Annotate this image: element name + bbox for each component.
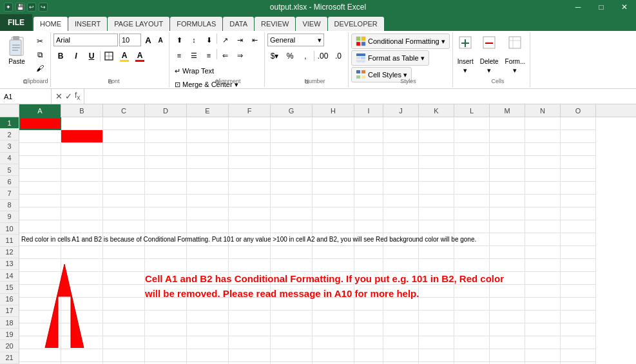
cell-a7[interactable] bbox=[19, 195, 61, 207]
cell-g14[interactable] bbox=[271, 285, 313, 298]
cell-c4[interactable] bbox=[103, 156, 145, 169]
cell-f12[interactable] bbox=[229, 259, 271, 272]
cell-f6[interactable] bbox=[229, 182, 271, 195]
cell-j5[interactable] bbox=[383, 169, 419, 182]
cell-h2[interactable] bbox=[313, 130, 354, 143]
cell-i12[interactable] bbox=[354, 259, 383, 272]
tab-developer[interactable]: DEVELOPER bbox=[328, 17, 384, 31]
cell-o3[interactable] bbox=[561, 143, 596, 156]
cut-button[interactable]: ✂ bbox=[32, 35, 48, 48]
cell-m4[interactable] bbox=[490, 156, 525, 169]
cancel-formula-btn[interactable]: ✕ bbox=[55, 91, 63, 101]
align-top-btn[interactable]: ⬆ bbox=[172, 34, 186, 46]
percent-btn[interactable]: % bbox=[283, 50, 297, 62]
undo-btn[interactable]: ↩ bbox=[27, 3, 36, 12]
cell-b8[interactable] bbox=[61, 207, 103, 220]
cell-e8[interactable] bbox=[187, 207, 229, 220]
cell-d15[interactable] bbox=[145, 298, 187, 311]
col-header-o[interactable]: O bbox=[561, 104, 596, 117]
cell-i6[interactable] bbox=[354, 182, 383, 195]
cell-l8[interactable] bbox=[454, 207, 490, 220]
cell-m19[interactable] bbox=[490, 349, 525, 362]
cell-h4[interactable] bbox=[313, 156, 354, 169]
cell-j18[interactable] bbox=[383, 336, 419, 349]
cell-n7[interactable] bbox=[525, 195, 561, 207]
cell-l17[interactable] bbox=[454, 323, 490, 336]
tab-file[interactable]: FILE bbox=[0, 14, 32, 31]
cell-g11[interactable] bbox=[271, 246, 313, 259]
comma-btn[interactable]: , bbox=[298, 50, 313, 62]
cell-g4[interactable] bbox=[271, 156, 313, 169]
font-color-button[interactable]: A bbox=[133, 50, 147, 62]
cell-g18[interactable] bbox=[271, 336, 313, 349]
cell-l13[interactable] bbox=[454, 272, 490, 285]
cell-c19[interactable] bbox=[103, 349, 145, 362]
cell-i7[interactable] bbox=[354, 195, 383, 207]
cell-a2[interactable] bbox=[19, 130, 61, 143]
cell-l11[interactable] bbox=[454, 246, 490, 259]
cell-n10[interactable] bbox=[525, 233, 561, 246]
cell-g2[interactable] bbox=[271, 130, 313, 143]
cell-h3[interactable] bbox=[313, 143, 354, 156]
cell-o5[interactable] bbox=[561, 169, 596, 182]
row-num-8[interactable]: 8 bbox=[0, 200, 19, 211]
shrink-font-btn[interactable]: A bbox=[155, 34, 166, 46]
cell-e17[interactable] bbox=[187, 323, 229, 336]
cell-a12[interactable] bbox=[19, 259, 61, 272]
close-btn[interactable]: ✕ bbox=[613, 0, 636, 14]
cell-b13[interactable] bbox=[61, 272, 103, 285]
number-format-dropdown[interactable]: General ▾ bbox=[267, 34, 324, 46]
cell-n13[interactable] bbox=[525, 272, 561, 285]
cell-b6[interactable] bbox=[61, 182, 103, 195]
cell-g16[interactable] bbox=[271, 311, 313, 323]
cell-f14[interactable] bbox=[229, 285, 271, 298]
align-middle-btn[interactable]: ↕ bbox=[187, 34, 201, 46]
underline-button[interactable]: U bbox=[84, 50, 99, 62]
cell-o6[interactable] bbox=[561, 182, 596, 195]
cell-d19[interactable] bbox=[145, 349, 187, 362]
cell-a1[interactable] bbox=[19, 117, 61, 130]
cell-f19[interactable] bbox=[229, 349, 271, 362]
cell-n3[interactable] bbox=[525, 143, 561, 156]
insert-cells-button[interactable]: Insert ▾ bbox=[456, 34, 476, 77]
row-num-17[interactable]: 17 bbox=[0, 305, 19, 317]
cell-b11[interactable] bbox=[61, 246, 103, 259]
fill-color-button[interactable]: A bbox=[117, 50, 131, 62]
row-num-19[interactable]: 19 bbox=[0, 329, 19, 340]
cell-i11[interactable] bbox=[354, 246, 383, 259]
cell-o2[interactable] bbox=[561, 130, 596, 143]
cell-i17[interactable] bbox=[354, 323, 383, 336]
minimize-btn[interactable]: ─ bbox=[566, 0, 590, 14]
font-size-input[interactable] bbox=[119, 34, 141, 46]
row-num-21[interactable]: 21 bbox=[0, 352, 19, 364]
cell-b14[interactable] bbox=[61, 285, 103, 298]
cell-n19[interactable] bbox=[525, 349, 561, 362]
col-header-a[interactable]: A bbox=[19, 104, 61, 117]
cell-h13[interactable] bbox=[313, 272, 354, 285]
cell-j2[interactable] bbox=[383, 130, 419, 143]
cell-d5[interactable] bbox=[145, 169, 187, 182]
cell-i1[interactable] bbox=[354, 117, 383, 130]
cell-c9[interactable] bbox=[103, 220, 145, 233]
cell-o12[interactable] bbox=[561, 259, 596, 272]
cell-k9[interactable] bbox=[419, 220, 454, 233]
cell-k6[interactable] bbox=[419, 182, 454, 195]
cell-o7[interactable] bbox=[561, 195, 596, 207]
insert-function-btn[interactable]: fx bbox=[75, 91, 80, 101]
cell-b5[interactable] bbox=[61, 169, 103, 182]
cell-n17[interactable] bbox=[525, 323, 561, 336]
cell-g5[interactable] bbox=[271, 169, 313, 182]
increase-decimal-btn[interactable]: .00 bbox=[316, 50, 330, 62]
cell-a19[interactable] bbox=[19, 349, 61, 362]
cell-c8[interactable] bbox=[103, 207, 145, 220]
ltr-btn[interactable]: ⇒ bbox=[233, 49, 247, 62]
cell-n16[interactable] bbox=[525, 311, 561, 323]
confirm-formula-btn[interactable]: ✓ bbox=[65, 91, 72, 101]
tab-formulas[interactable]: FORMULAS bbox=[170, 17, 222, 31]
col-header-b[interactable]: B bbox=[61, 104, 103, 117]
cell-b16[interactable] bbox=[61, 311, 103, 323]
tab-page-layout[interactable]: PAGE LAYOUT bbox=[108, 17, 169, 31]
cell-g9[interactable] bbox=[271, 220, 313, 233]
cell-f15[interactable] bbox=[229, 298, 271, 311]
cell-m3[interactable] bbox=[490, 143, 525, 156]
